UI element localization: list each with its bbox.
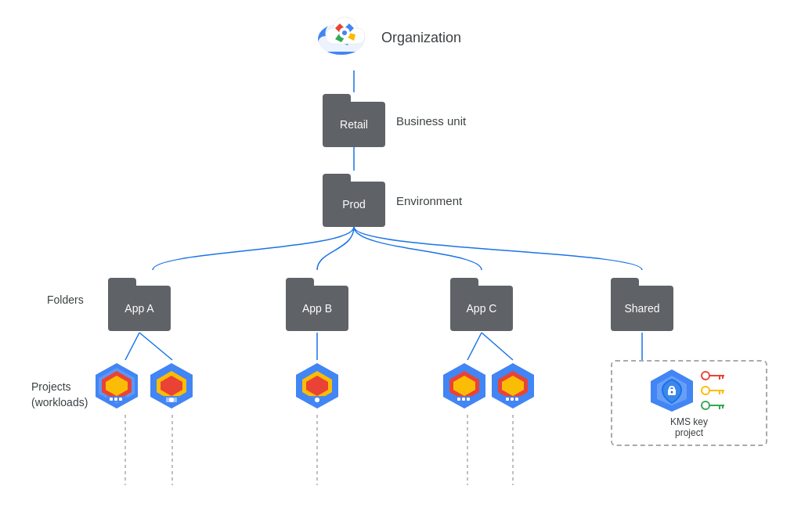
app-c-project-1 <box>440 362 489 413</box>
business-unit-label: Business unit <box>396 114 466 128</box>
kms-shield-icon <box>649 368 695 413</box>
svg-rect-25 <box>114 398 117 401</box>
prod-folder-label: Prod <box>323 182 385 227</box>
svg-point-64 <box>702 401 709 409</box>
shared-folder-node: Shared <box>611 278 673 331</box>
shared-folder-label: Shared <box>611 286 673 331</box>
svg-rect-49 <box>506 398 509 401</box>
app-a-folder-icon: App A <box>108 278 171 331</box>
svg-line-6 <box>482 333 513 360</box>
keys-group <box>701 369 729 412</box>
svg-line-3 <box>139 333 172 360</box>
svg-point-60 <box>702 387 709 394</box>
app-c-folder-label: App C <box>450 286 513 331</box>
svg-line-5 <box>467 333 482 360</box>
key-green-icon <box>701 399 729 412</box>
diagram: Organization Retail Business unit Prod E… <box>0 0 812 522</box>
app-b-project-1 <box>293 362 341 413</box>
retail-folder-icon: Retail <box>323 94 385 147</box>
app-c-folder-node: App C <box>450 278 513 331</box>
svg-rect-44 <box>467 398 470 401</box>
svg-point-37 <box>315 398 319 402</box>
projects-side-label: Projects (workloads) <box>31 380 88 410</box>
gcp-logo <box>319 11 370 64</box>
app-a-project-1 <box>92 362 141 413</box>
svg-rect-51 <box>515 398 518 401</box>
svg-point-32 <box>169 398 174 402</box>
retail-folder-node: Retail Business unit <box>323 94 385 147</box>
svg-rect-24 <box>110 398 113 401</box>
svg-point-56 <box>702 372 709 380</box>
svg-rect-26 <box>119 398 122 401</box>
svg-rect-43 <box>462 398 465 401</box>
svg-rect-42 <box>457 398 460 401</box>
key-red-icon <box>701 369 729 382</box>
app-b-folder-icon: App B <box>286 278 348 331</box>
prod-folder-icon: Prod <box>323 174 385 227</box>
svg-line-2 <box>125 333 139 360</box>
prod-folder-node: Prod Environment <box>323 174 385 227</box>
organization-label: Organization <box>381 30 461 46</box>
app-a-folder-label: App A <box>108 286 171 331</box>
shared-folder-icon: Shared <box>611 278 673 331</box>
svg-rect-50 <box>511 398 514 401</box>
app-a-folder-node: App A <box>108 278 171 331</box>
app-b-folder-label: App B <box>286 286 348 331</box>
app-c-project-2 <box>489 362 537 413</box>
kms-key-project-box: KMS key project <box>611 360 767 446</box>
folders-side-label: Folders <box>47 293 84 306</box>
environment-label: Environment <box>396 194 462 207</box>
key-yellow-icon <box>701 384 729 397</box>
app-b-folder-node: App B <box>286 278 348 331</box>
retail-folder-label: Retail <box>323 102 385 147</box>
kms-label: KMS key project <box>670 416 708 438</box>
app-c-folder-icon: App C <box>450 278 513 331</box>
svg-point-18 <box>342 31 347 35</box>
svg-point-55 <box>671 391 673 394</box>
app-a-project-2 <box>147 362 196 413</box>
